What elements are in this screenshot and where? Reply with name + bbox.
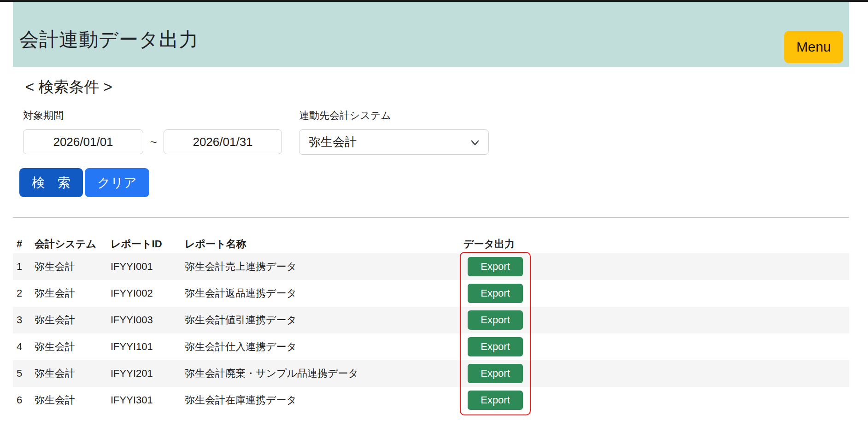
row-report-name: 弥生会計売上連携データ [185, 260, 463, 274]
period-field-group: 対象期間 ~ [23, 109, 282, 155]
row-number: 6 [17, 394, 35, 406]
search-conditions-heading: < 検索条件 > [25, 77, 849, 98]
row-accounting-system: 弥生会計 [35, 340, 111, 354]
export-button[interactable]: Export [468, 364, 523, 383]
column-header-export: データ出力 [463, 237, 849, 251]
table-row: 3 弥生会計 IFYYI003 弥生会計値引連携データ Export [13, 307, 849, 333]
export-button[interactable]: Export [468, 337, 523, 356]
chevron-down-icon [470, 138, 480, 150]
main-content: < 検索条件 > 対象期間 ~ 連動先会計システム 弥生会計 [13, 77, 849, 414]
export-button[interactable]: Export [468, 257, 523, 276]
row-report-id: IFYYI001 [111, 261, 185, 273]
table-row: 4 弥生会計 IFYYI101 弥生会計仕入連携データ Export [13, 333, 849, 360]
row-report-id: IFYYI201 [111, 368, 185, 379]
export-button[interactable]: Export [468, 391, 523, 410]
export-button[interactable]: Export [468, 310, 523, 330]
column-header-report-id: レポートID [111, 237, 185, 251]
system-label: 連動先会計システム [299, 109, 489, 123]
row-number: 2 [17, 287, 35, 299]
row-report-name: 弥生会計返品連携データ [185, 286, 463, 300]
row-report-name: 弥生会計廃棄・サンプル品連携データ [185, 367, 463, 380]
row-report-id: IFYYI003 [111, 314, 185, 326]
row-report-name: 弥生会計値引連携データ [185, 313, 463, 327]
table-row: 5 弥生会計 IFYYI201 弥生会計廃棄・サンプル品連携データ Export [13, 360, 849, 387]
period-controls: ~ [23, 129, 282, 154]
table-body: 1 弥生会計 IFYYI001 弥生会計売上連携データ Export 2 弥生会… [13, 253, 849, 414]
row-number: 1 [17, 261, 35, 273]
results-table: # 会計システム レポートID レポート名称 データ出力 1 弥生会計 IFYY… [13, 235, 849, 414]
row-number: 3 [17, 314, 35, 326]
row-accounting-system: 弥生会計 [35, 313, 111, 327]
date-range-separator: ~ [143, 135, 164, 149]
accounting-system-select[interactable]: 弥生会計 [299, 129, 489, 155]
section-divider [13, 217, 849, 218]
table-row: 1 弥生会計 IFYYI001 弥生会計売上連携データ Export [13, 253, 849, 280]
row-report-name: 弥生会計在庫連携データ [185, 393, 463, 407]
row-accounting-system: 弥生会計 [35, 367, 111, 380]
row-report-name: 弥生会計仕入連携データ [185, 340, 463, 354]
system-field-group: 連動先会計システム 弥生会計 [299, 109, 489, 155]
column-header-report-name: レポート名称 [185, 237, 463, 251]
menu-button[interactable]: Menu [784, 31, 843, 63]
search-actions: 検 索 クリア [13, 168, 849, 197]
accounting-system-selected-value: 弥生会計 [309, 134, 357, 150]
column-header-no: # [17, 238, 35, 250]
row-report-id: IFYYI301 [111, 394, 185, 406]
table-row: 6 弥生会計 IFYYI301 弥生会計在庫連携データ Export [13, 387, 849, 414]
export-button[interactable]: Export [468, 284, 523, 303]
row-accounting-system: 弥生会計 [35, 260, 111, 274]
row-accounting-system: 弥生会計 [35, 286, 111, 300]
row-accounting-system: 弥生会計 [35, 393, 111, 407]
page-header: 会計連動データ出力 Menu [13, 2, 849, 67]
page-title: 会計連動データ出力 [19, 27, 199, 53]
table-header-row: # 会計システム レポートID レポート名称 データ出力 [13, 235, 849, 253]
search-fields: 対象期間 ~ 連動先会計システム 弥生会計 [13, 109, 849, 155]
table-row: 2 弥生会計 IFYYI002 弥生会計返品連携データ Export [13, 280, 849, 307]
date-to-input[interactable] [164, 129, 282, 154]
period-label: 対象期間 [23, 109, 282, 123]
search-button[interactable]: 検 索 [19, 168, 83, 197]
row-report-id: IFYYI002 [111, 287, 185, 299]
row-number: 5 [17, 368, 35, 379]
clear-button[interactable]: クリア [85, 168, 149, 197]
row-number: 4 [17, 341, 35, 353]
row-report-id: IFYYI101 [111, 341, 185, 353]
date-from-input[interactable] [23, 129, 143, 154]
column-header-system: 会計システム [35, 237, 111, 251]
